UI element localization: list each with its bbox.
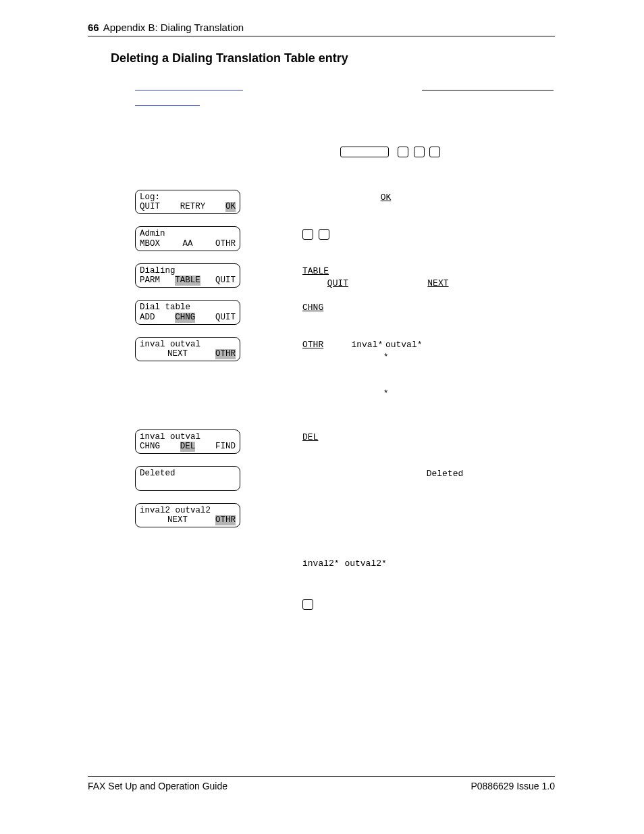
page-number: 66	[88, 22, 99, 33]
page-header: 66 Appendix B: Dialing Translation	[88, 22, 555, 36]
lcd-deleted: Deleted	[135, 466, 240, 491]
lcd-log: Log: QUIT RETRY OK	[135, 190, 240, 215]
footer-right: P0886629 Issue 1.0	[471, 781, 555, 791]
page-footer: FAX Set Up and Operation Guide P0886629 …	[88, 776, 555, 791]
softkey-ok[interactable]: OK	[381, 192, 392, 203]
step-3-text	[302, 226, 554, 240]
step-6-text: OTHR inval* outval* *	[302, 337, 554, 363]
softkey-del[interactable]: DEL	[302, 432, 318, 442]
digit-key-icon	[414, 147, 425, 157]
blue-rule	[135, 90, 243, 90]
header-section: Appendix B: Dialing Translation	[103, 22, 244, 33]
text-outval: outval*	[385, 340, 423, 350]
softkey-table[interactable]: TABLE	[302, 266, 329, 276]
inval2-outval2-text: inval2* outval2*	[302, 558, 387, 569]
softkey-next[interactable]: NEXT	[427, 278, 448, 288]
step-press-feature: 1 Press	[302, 144, 554, 157]
digit-key-icon	[398, 147, 408, 157]
feature-key-icon	[340, 147, 389, 157]
softkey-quit[interactable]: QUIT	[327, 278, 348, 288]
digit-key-icon	[302, 229, 313, 240]
content-area: 1 Press Log: QUIT RETRY OK	[135, 90, 554, 610]
deleted-text: Deleted	[427, 469, 464, 479]
lcd-inval-outval: inval outval NEXT OTHR	[135, 337, 240, 362]
digit-key-icon	[429, 147, 440, 157]
digit-key-icon	[319, 229, 329, 240]
step-7-text: DEL	[302, 429, 554, 444]
rls-key-icon	[302, 599, 313, 610]
footer-left: FAX Set Up and Operation Guide	[88, 781, 227, 791]
step-4-text: TABLE Press QUIT to return or NEXT	[302, 263, 554, 290]
softkey-chng[interactable]: CHNG	[302, 303, 323, 313]
lcd-admin: Admin MBOX AA OTHR	[135, 226, 240, 251]
text-star: *	[383, 352, 389, 362]
lcd-dial-table: Dial table ADD CHNG QUIT	[135, 300, 240, 325]
lcd-chng-del-find: inval outval CHNG DEL FIND	[135, 429, 240, 454]
lcd-dialing: Dialing PARM TABLE QUIT	[135, 263, 240, 288]
step-2-text: Enter … then press OK	[302, 190, 554, 204]
softkey-othr[interactable]: OTHR	[302, 340, 323, 350]
step-5-text: CHNG	[302, 300, 554, 314]
lcd-inval2-outval2: inval2 outval2 NEXT OTHR	[135, 503, 240, 528]
blue-rule-short	[135, 105, 200, 106]
text-star2: *	[383, 388, 389, 398]
step-8-text: Deleted	[302, 466, 554, 480]
text-inval: inval*	[351, 340, 383, 350]
section-title: Deleting a Dialing Translation Table ent…	[111, 51, 555, 66]
right-top-rule	[422, 90, 554, 90]
